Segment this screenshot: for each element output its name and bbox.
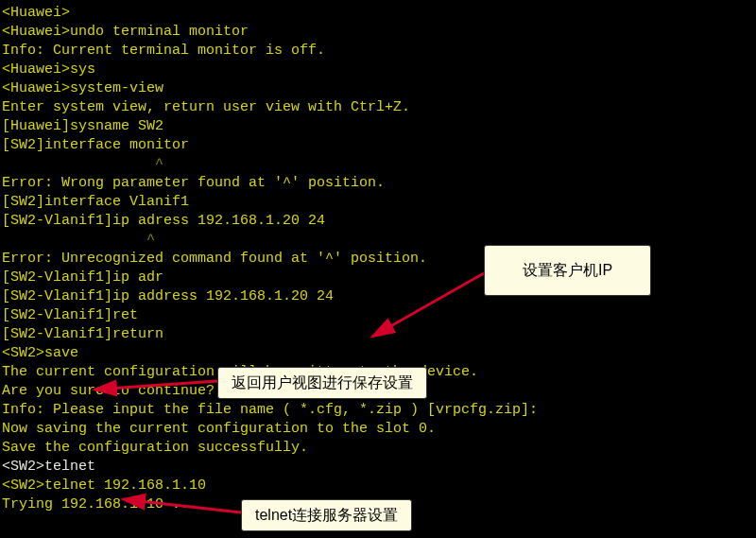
terminal-output[interactable]: <Huawei><Huawei>undo terminal monitorInf…: [2, 4, 538, 514]
terminal-line: ^: [2, 231, 538, 250]
terminal-line: Save the configuration successfully.: [2, 439, 538, 458]
terminal-line: <SW2>save: [2, 344, 538, 363]
terminal-line: <Huawei>sys: [2, 61, 538, 79]
terminal-line: <Huawei>system-view: [2, 79, 538, 98]
terminal-line: Error: Wrong parameter found at '^' posi…: [2, 174, 538, 193]
terminal-line: [SW2-Vlanif1]ip adress 192.168.1.20 24: [2, 212, 538, 231]
terminal-line: Now saving the current configuration to …: [2, 420, 538, 439]
terminal-line: <Huawei>: [2, 4, 538, 23]
terminal-line: <SW2>telnet 192.168.1.10: [2, 477, 538, 495]
callout-telnet-connect: telnet连接服务器设置: [241, 499, 412, 531]
terminal-line: [SW2]interface Vlanif1: [2, 193, 538, 212]
terminal-line: Info: Current terminal monitor is off.: [2, 42, 538, 61]
callout-return-save: 返回用户视图进行保存设置: [217, 367, 427, 399]
terminal-line: [SW2-Vlanif1]ip address 192.168.1.20 24: [2, 287, 538, 306]
terminal-line: <Huawei>undo terminal monitor: [2, 23, 538, 42]
terminal-line: Info: Please input the file name ( *.cfg…: [2, 401, 538, 420]
terminal-line: ^: [2, 155, 538, 174]
terminal-line: Enter system view, return user view with…: [2, 98, 538, 117]
terminal-line: [SW2-Vlanif1]ret: [2, 306, 538, 325]
callout-set-client-ip: 设置客户机IP: [484, 245, 651, 296]
terminal-line: [SW2-Vlanif1]return: [2, 325, 538, 344]
terminal-line: Error: Unrecognized command found at '^'…: [2, 250, 538, 269]
terminal-line: [SW2]interface monitor: [2, 136, 538, 155]
terminal-line: [Huawei]sysname SW2: [2, 117, 538, 136]
terminal-line: <SW2>telnet: [2, 458, 538, 477]
terminal-line: [SW2-Vlanif1]ip adr: [2, 269, 538, 287]
